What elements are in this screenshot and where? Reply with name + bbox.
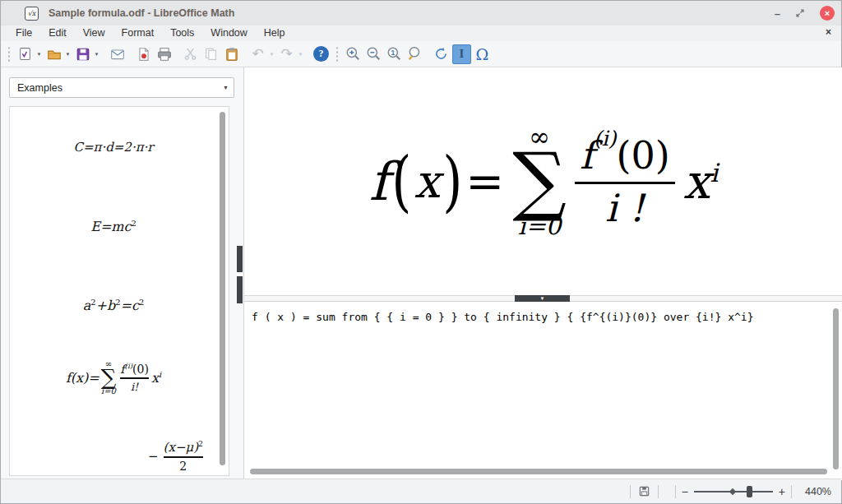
restore-button[interactable] (795, 8, 805, 18)
command-vertical-scrollbar[interactable] (833, 308, 839, 469)
zoom-100-button[interactable]: 1 (385, 44, 404, 64)
zoom-out-control[interactable]: − (682, 485, 688, 498)
undo-icon: ↶ (252, 47, 263, 61)
formula-text: =c (121, 298, 139, 313)
show-all-button[interactable] (405, 44, 424, 64)
formula-cursor-icon: I (460, 47, 465, 61)
numerator-f: f (580, 133, 594, 178)
statusbar-separator (658, 485, 659, 498)
help-button[interactable]: ? (312, 44, 331, 64)
fraction-bar (120, 377, 149, 379)
view-splitter[interactable]: ▼ (244, 295, 842, 302)
formula-text: (x−μ) (164, 440, 198, 455)
sum-lower-limit: i=0 (518, 215, 561, 238)
close-button[interactable]: × (820, 6, 835, 21)
menu-edit[interactable]: Edit (40, 26, 75, 40)
formula-sup: 2 (198, 439, 203, 448)
formula-sup: (i) (125, 363, 133, 371)
new-dropdown-caret[interactable]: ▼ (35, 52, 43, 57)
update-button[interactable] (432, 44, 451, 64)
zoom-slider-tick (729, 488, 736, 494)
math-logo: √x (28, 10, 36, 17)
print-button[interactable] (155, 44, 173, 64)
copy-button (201, 44, 220, 64)
close-document-button[interactable]: × (826, 26, 831, 38)
restore-icon (795, 8, 805, 18)
print-icon (157, 47, 172, 62)
menu-tools[interactable]: Tools (162, 26, 202, 40)
command-horizontal-scrollbar[interactable] (250, 469, 827, 474)
save-dropdown-caret[interactable]: ▼ (93, 52, 100, 57)
chevron-down-icon: ▼ (223, 85, 229, 90)
formula-cursor-button[interactable]: I (452, 44, 471, 64)
toolbar-grip[interactable] (7, 46, 11, 62)
formula-sup: i (159, 370, 161, 379)
menu-help[interactable]: Help (256, 26, 294, 40)
command-text[interactable]: f ( x ) = sum from { { i = 0 } } to { in… (252, 311, 753, 323)
undo-button: ↶ (248, 44, 267, 64)
menu-view[interactable]: View (75, 26, 113, 40)
examples-scrollbar[interactable] (220, 112, 225, 465)
examples-dropdown[interactable]: Examples ▼ (9, 77, 234, 98)
copy-icon (204, 47, 218, 61)
menu-bar: File Edit View Format Tools Window Help … (1, 25, 841, 41)
close-paren: ) (442, 142, 462, 220)
toolbar-grip-2[interactable] (335, 46, 339, 62)
view-splitter-handle[interactable]: ▼ (515, 295, 570, 302)
sum-lower-limit: i=0 (101, 387, 116, 395)
save-button[interactable] (73, 44, 92, 64)
zoom-in-button[interactable] (344, 44, 363, 64)
menu-format[interactable]: Format (113, 26, 163, 40)
new-document-button[interactable] (16, 44, 35, 64)
statusbar-separator (630, 485, 631, 498)
menu-file[interactable]: File (7, 26, 40, 40)
splitter-notch (237, 272, 243, 276)
power-i: i (710, 157, 718, 187)
minimize-button[interactable]: – (775, 8, 780, 19)
new-document-icon (18, 47, 32, 61)
power-x: x (683, 154, 710, 210)
sidebar-splitter-handle[interactable] (237, 246, 243, 303)
formula-text: (0) (132, 363, 149, 376)
formula-text: E=mc (90, 219, 131, 234)
menu-window[interactable]: Window (202, 26, 255, 40)
redo-dropdown-caret: ▼ (297, 52, 304, 57)
command-editor[interactable]: f ( x ) = sum from { { i = 0 } } to { in… (244, 302, 842, 480)
cut-button (181, 44, 200, 64)
email-icon (110, 47, 125, 62)
example-mass-energy[interactable]: E=mc2 (10, 219, 217, 234)
example-pythagoras[interactable]: a2+b2=c2 (10, 298, 217, 313)
zoom-level-label[interactable]: 440% (798, 486, 841, 497)
open-button[interactable] (44, 44, 63, 64)
numerator-sup: (i) (594, 127, 617, 150)
zoom-slider[interactable] (694, 485, 773, 498)
formula-view[interactable]: f ( x ) = ∞ ∑ i=0 f(i)(0) i ! xi (244, 67, 842, 295)
show-all-icon (407, 46, 423, 62)
paste-button[interactable] (222, 44, 241, 64)
formula-text: f(x)= (66, 370, 99, 386)
document-modified-indicator[interactable] (638, 485, 650, 497)
zoom-in-control[interactable]: + (779, 485, 785, 498)
email-document-button[interactable] (108, 44, 127, 64)
fraction-bar (164, 456, 203, 458)
formula-x: x (414, 155, 441, 208)
content-area: Examples ▼ C=π·d=2·π·r E=mc2 a2+b2=c2 f(… (1, 67, 841, 480)
example-gauss[interactable]: − (x−μ)2 2 (148, 440, 206, 473)
paste-icon (224, 47, 239, 62)
example-circumference[interactable]: C=π·d=2·π·r (10, 140, 217, 155)
formula-f: f (369, 151, 389, 212)
open-dropdown-caret[interactable]: ▼ (64, 52, 72, 57)
formula-text: i! (131, 381, 138, 393)
undo-dropdown-caret: ▼ (268, 52, 275, 57)
symbols-button[interactable]: Ω (473, 44, 492, 64)
zoom-slider-thumb[interactable] (747, 486, 752, 497)
help-icon: ? (313, 46, 329, 62)
zoom-out-icon (366, 46, 382, 62)
export-pdf-button[interactable] (134, 44, 153, 64)
statusbar-separator (791, 485, 792, 498)
zoom-out-button[interactable] (364, 44, 383, 64)
sum-symbol: ∑ (512, 150, 567, 211)
status-bar: − + 440% (1, 479, 841, 503)
example-taylor-series[interactable]: f(x)= ∞ ∑ i=0 f(i)(0) i! xi (10, 360, 217, 395)
equals-sign: = (465, 155, 504, 208)
